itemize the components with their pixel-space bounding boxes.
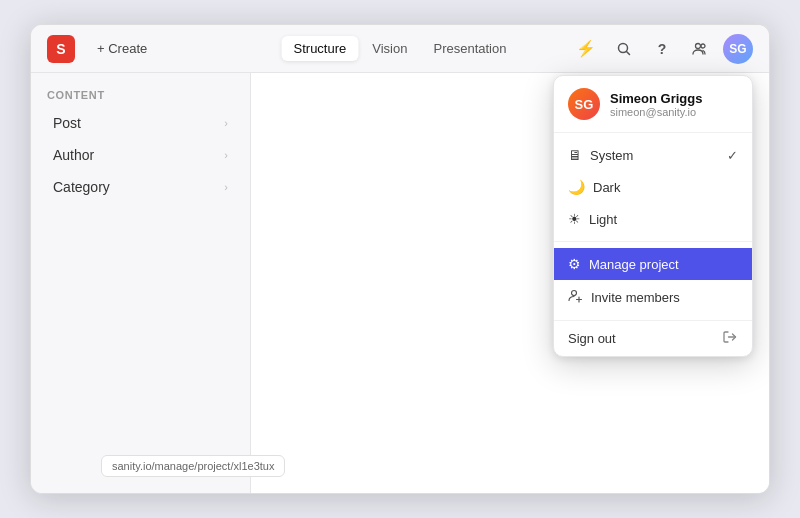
dropdown-item-invite-members[interactable]: Invite members	[554, 280, 752, 314]
dropdown-item-manage-project[interactable]: ⚙ Manage project	[554, 248, 752, 280]
dropdown-theme-system-label: System	[590, 148, 633, 163]
sidebar-item-post-label: Post	[53, 115, 81, 131]
dropdown-item-dark[interactable]: 🌙 Dark	[554, 171, 752, 203]
sidebar: Content Post › Author › Category ›	[31, 73, 251, 493]
theme-section: 🖥 System ✓ 🌙 Dark ☀ Light	[554, 133, 752, 242]
sun-icon: ☀	[568, 211, 581, 227]
sidebar-item-author-label: Author	[53, 147, 94, 163]
dropdown-theme-dark-label: Dark	[593, 180, 620, 195]
invite-icon	[568, 288, 583, 306]
status-bar: sanity.io/manage/project/xl1e3tux	[101, 455, 285, 477]
dropdown-user-section: SG Simeon Griggs simeon@sanity.io	[554, 76, 752, 133]
search-icon-btn[interactable]	[609, 34, 639, 64]
sidebar-item-author[interactable]: Author ›	[37, 139, 244, 171]
gear-icon: ⚙	[568, 256, 581, 272]
users-icon-btn[interactable]	[685, 34, 715, 64]
dropdown-sign-out[interactable]: Sign out	[554, 321, 752, 356]
titlebar: S + Create Structure Vision Presentation…	[31, 25, 769, 73]
activity-icon-btn[interactable]: ⚡	[571, 34, 601, 64]
sidebar-item-category[interactable]: Category ›	[37, 171, 244, 203]
svg-line-1	[627, 51, 630, 54]
tab-structure[interactable]: Structure	[282, 36, 359, 61]
dropdown-user-avatar: SG	[568, 88, 600, 120]
actions-section: ⚙ Manage project Invite members	[554, 242, 752, 321]
moon-icon: 🌙	[568, 179, 585, 195]
dropdown-item-light[interactable]: ☀ Light	[554, 203, 752, 235]
avatar[interactable]: SG	[723, 34, 753, 64]
dropdown-invite-members-label: Invite members	[591, 290, 680, 305]
chevron-icon: ›	[224, 117, 228, 129]
tab-vision[interactable]: Vision	[360, 36, 419, 61]
svg-point-4	[572, 291, 577, 296]
svg-point-2	[696, 43, 701, 48]
chevron-icon: ›	[224, 181, 228, 193]
monitor-icon: 🖥	[568, 147, 582, 163]
create-button[interactable]: + Create	[87, 37, 157, 60]
user-dropdown: SG Simeon Griggs simeon@sanity.io 🖥 Syst…	[553, 75, 753, 357]
tab-presentation[interactable]: Presentation	[421, 36, 518, 61]
dropdown-user-info: Simeon Griggs simeon@sanity.io	[610, 91, 702, 118]
check-icon: ✓	[727, 148, 738, 163]
signout-icon	[722, 329, 738, 348]
sidebar-item-post[interactable]: Post ›	[37, 107, 244, 139]
dropdown-user-email: simeon@sanity.io	[610, 106, 702, 118]
chevron-icon: ›	[224, 149, 228, 161]
main-window: S + Create Structure Vision Presentation…	[30, 24, 770, 494]
svg-point-3	[701, 44, 705, 48]
nav-tabs: Structure Vision Presentation	[282, 36, 519, 61]
dropdown-signout-label: Sign out	[568, 331, 616, 346]
dropdown-manage-project-label: Manage project	[589, 257, 679, 272]
sanity-logo[interactable]: S	[47, 35, 75, 63]
sidebar-item-category-label: Category	[53, 179, 110, 195]
dropdown-item-system[interactable]: 🖥 System ✓	[554, 139, 752, 171]
help-icon-btn[interactable]: ?	[647, 34, 677, 64]
dropdown-theme-light-label: Light	[589, 212, 617, 227]
dropdown-user-name: Simeon Griggs	[610, 91, 702, 106]
toolbar-right: ⚡ ? SG	[571, 34, 753, 64]
sidebar-section-content: Content	[31, 89, 250, 107]
